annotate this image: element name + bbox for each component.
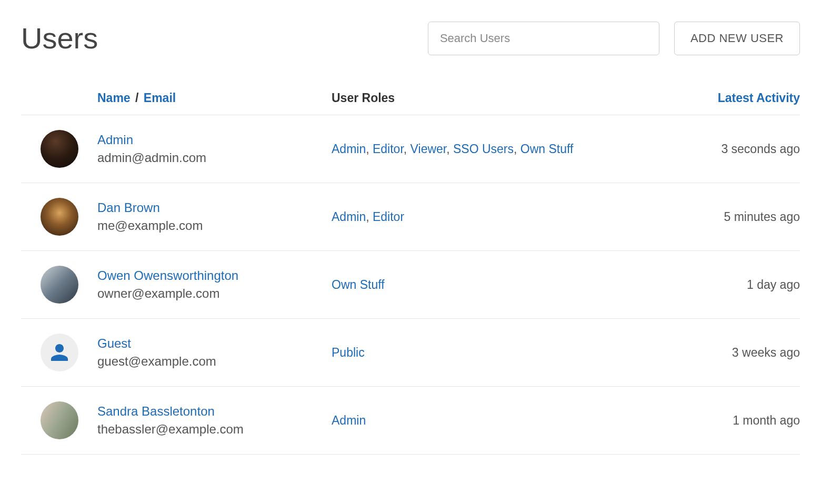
role-link[interactable]: Admin [332,414,366,427]
user-name-link[interactable]: Owen Owensworthington [97,268,332,283]
activity-cell: 1 month ago [663,414,800,428]
role-link[interactable]: Editor [373,210,404,224]
activity-cell: 3 weeks ago [663,346,800,360]
table-row: Dan Brownme@example.comAdmin, Editor5 mi… [21,183,800,251]
avatar [41,334,78,371]
role-link[interactable]: Public [332,346,365,359]
column-header-name-email: Name / Email [97,91,332,105]
roles-cell: Admin [332,414,663,428]
activity-cell: 1 day ago [663,278,800,292]
user-name-link[interactable]: Guest [97,336,332,351]
avatar [41,401,78,439]
name-email-cell: Adminadmin@admin.com [97,133,332,165]
users-table-body: Adminadmin@admin.comAdmin, Editor, Viewe… [21,115,800,455]
sort-by-name[interactable]: Name [97,91,131,105]
column-header-roles: User Roles [332,91,663,105]
user-email: owner@example.com [97,286,332,301]
user-name-link[interactable]: Sandra Bassletonton [97,404,332,419]
name-email-cell: Dan Brownme@example.com [97,200,332,233]
avatar [41,198,78,236]
avatar-cell [21,266,97,304]
role-link[interactable]: Admin [332,142,366,156]
table-row: Guestguest@example.comPublic3 weeks ago [21,319,800,387]
slash-separator: / [135,91,142,105]
role-link[interactable]: Own Stuff [520,142,574,156]
role-separator: , [366,142,373,156]
roles-cell: Public [332,346,663,360]
column-header-activity: Latest Activity [663,91,800,105]
role-separator: , [404,142,410,156]
name-email-cell: Guestguest@example.com [97,336,332,369]
role-separator: , [366,210,373,224]
role-separator: , [514,142,520,156]
sort-by-activity[interactable]: Latest Activity [718,91,800,105]
person-icon [47,340,72,365]
roles-cell: Admin, Editor [332,210,663,224]
avatar [41,130,78,168]
avatar-cell [21,334,97,371]
user-email: thebassler@example.com [97,422,332,437]
role-link[interactable]: Admin [332,210,366,224]
name-email-cell: Owen Owensworthingtonowner@example.com [97,268,332,301]
avatar [41,266,78,304]
name-email-cell: Sandra Bassletontonthebassler@example.co… [97,404,332,437]
role-link[interactable]: Own Stuff [332,278,385,291]
search-input[interactable] [428,22,659,55]
table-row: Sandra Bassletontonthebassler@example.co… [21,387,800,455]
avatar-cell [21,198,97,236]
user-name-link[interactable]: Admin [97,133,332,147]
user-email: me@example.com [97,218,332,233]
role-separator: , [446,142,453,156]
page-header: Users ADD NEW USER [21,21,800,55]
activity-cell: 3 seconds ago [663,142,800,156]
activity-cell: 5 minutes ago [663,210,800,224]
user-email: guest@example.com [97,354,332,369]
add-user-button[interactable]: ADD NEW USER [674,22,800,55]
user-name-link[interactable]: Dan Brown [97,200,332,215]
roles-cell: Own Stuff [332,278,663,292]
user-email: admin@admin.com [97,150,332,165]
avatar-cell [21,401,97,439]
role-link[interactable]: Viewer [410,142,447,156]
header-actions: ADD NEW USER [428,22,800,55]
roles-cell: Admin, Editor, Viewer, SSO Users, Own St… [332,142,663,156]
sort-by-email[interactable]: Email [144,91,176,105]
table-row: Owen Owensworthingtonowner@example.comOw… [21,251,800,319]
table-header: Name / Email User Roles Latest Activity [21,82,800,115]
avatar-cell [21,130,97,168]
page-title: Users [21,21,98,55]
role-link[interactable]: Editor [373,142,404,156]
role-link[interactable]: SSO Users [453,142,514,156]
table-row: Adminadmin@admin.comAdmin, Editor, Viewe… [21,115,800,183]
